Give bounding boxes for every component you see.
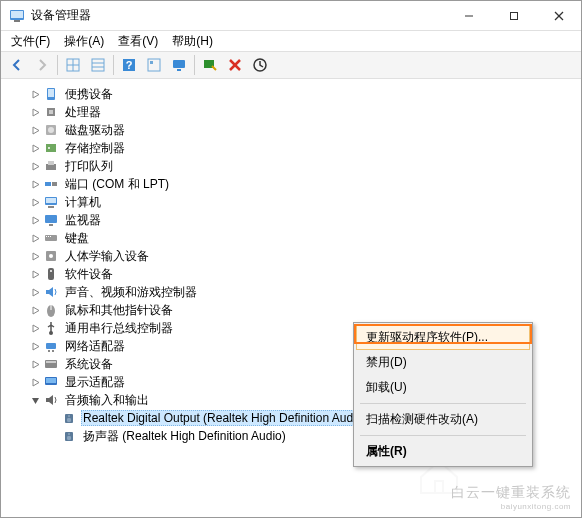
ctx-update-driver[interactable]: 更新驱动程序软件(P)...	[356, 325, 530, 350]
menu-file[interactable]: 文件(F)	[5, 31, 56, 52]
svg-rect-39	[49, 224, 53, 226]
expander-icon[interactable]	[29, 178, 41, 190]
svg-rect-40	[45, 235, 57, 241]
tree-item-label: 软件设备	[63, 265, 115, 284]
expander-icon[interactable]	[29, 376, 41, 388]
expander-placeholder	[47, 430, 59, 442]
svg-point-59	[67, 418, 71, 422]
tree-item[interactable]: 处理器	[13, 103, 581, 121]
expander-icon[interactable]	[29, 88, 41, 100]
display-icon	[43, 374, 59, 390]
svg-rect-52	[48, 350, 50, 352]
expander-icon[interactable]	[29, 268, 41, 280]
svg-point-30	[48, 147, 50, 149]
svg-rect-1	[11, 11, 23, 18]
tree-item[interactable]: 软件设备	[13, 265, 581, 283]
toolbar-separator	[194, 55, 195, 75]
svg-rect-55	[46, 361, 56, 363]
menu-action[interactable]: 操作(A)	[58, 31, 110, 52]
toolbar-properties-button[interactable]	[142, 53, 166, 77]
expander-icon[interactable]	[29, 340, 41, 352]
expander-icon[interactable]	[29, 322, 41, 334]
toolbar-update-button[interactable]	[248, 53, 272, 77]
svg-rect-36	[46, 198, 56, 203]
network-icon	[43, 338, 59, 354]
tree-item-label: 通用串行总线控制器	[63, 319, 175, 338]
svg-rect-24	[48, 89, 54, 97]
tree-item[interactable]: 监视器	[13, 211, 581, 229]
tree-item[interactable]: 鼠标和其他指针设备	[13, 301, 581, 319]
expander-icon[interactable]	[29, 142, 41, 154]
tree-item[interactable]: 端口 (COM 和 LPT)	[13, 175, 581, 193]
port-icon	[43, 176, 59, 192]
tree-item[interactable]: 人体学输入设备	[13, 247, 581, 265]
svg-point-50	[49, 331, 53, 335]
tree-item-label: 打印队列	[63, 157, 115, 176]
ctx-separator	[360, 403, 526, 404]
maximize-button[interactable]	[491, 1, 536, 30]
toolbar-delete-button[interactable]	[223, 53, 247, 77]
tree-item[interactable]: 磁盘驱动器	[13, 121, 581, 139]
toolbar-forward-button[interactable]	[30, 53, 54, 77]
toolbar-grid-button[interactable]	[61, 53, 85, 77]
toolbar-list-button[interactable]	[86, 53, 110, 77]
ctx-scan-hardware[interactable]: 扫描检测硬件改动(A)	[356, 407, 530, 432]
svg-rect-57	[46, 378, 56, 383]
close-button[interactable]	[536, 1, 581, 30]
tree-item[interactable]: 便携设备	[13, 85, 581, 103]
expander-icon[interactable]	[29, 394, 41, 406]
system-icon	[43, 356, 59, 372]
title-bar: 设备管理器	[1, 1, 581, 31]
expander-icon[interactable]	[29, 232, 41, 244]
tree-item-label: 存储控制器	[63, 139, 127, 158]
expander-placeholder	[47, 412, 59, 424]
expander-icon[interactable]	[29, 304, 41, 316]
hid-icon	[43, 248, 59, 264]
storage-icon	[43, 140, 59, 156]
expander-icon[interactable]	[29, 358, 41, 370]
tree-item[interactable]: 键盘	[13, 229, 581, 247]
expander-icon[interactable]	[29, 214, 41, 226]
svg-rect-4	[510, 12, 517, 19]
tree-item-label: 音频输入和输出	[63, 391, 151, 410]
toolbar-scan-button[interactable]	[198, 53, 222, 77]
menu-help[interactable]: 帮助(H)	[166, 31, 219, 52]
svg-rect-37	[48, 206, 54, 208]
tree-item[interactable]: 打印队列	[13, 157, 581, 175]
svg-rect-2	[14, 20, 20, 22]
tree-item-label: 监视器	[63, 211, 103, 230]
svg-rect-29	[46, 144, 56, 152]
context-menu: 更新驱动程序软件(P)... 禁用(D) 卸载(U) 扫描检测硬件改动(A) 属…	[353, 322, 533, 467]
menu-view[interactable]: 查看(V)	[112, 31, 164, 52]
ctx-uninstall[interactable]: 卸载(U)	[356, 375, 530, 400]
keyboard-icon	[43, 230, 59, 246]
computer-icon	[43, 194, 59, 210]
toolbar-back-button[interactable]	[5, 53, 29, 77]
expander-icon[interactable]	[29, 160, 41, 172]
ctx-disable[interactable]: 禁用(D)	[356, 350, 530, 375]
usb-icon	[43, 320, 59, 336]
minimize-button[interactable]	[446, 1, 491, 30]
svg-rect-46	[48, 268, 54, 280]
speaker-icon	[61, 410, 77, 426]
toolbar-help-button[interactable]: ?	[117, 53, 141, 77]
svg-point-62	[67, 436, 71, 440]
svg-rect-15	[148, 59, 160, 71]
expander-icon[interactable]	[29, 250, 41, 262]
tree-item-label: 网络适配器	[63, 337, 127, 356]
window-buttons	[446, 1, 581, 30]
svg-point-63	[68, 433, 70, 435]
tree-item[interactable]: 存储控制器	[13, 139, 581, 157]
ctx-properties[interactable]: 属性(R)	[356, 439, 530, 464]
app-icon	[9, 8, 25, 24]
expander-icon[interactable]	[29, 286, 41, 298]
expander-icon[interactable]	[29, 124, 41, 136]
svg-rect-38	[45, 215, 57, 223]
svg-rect-34	[52, 182, 57, 186]
tree-item[interactable]: 声音、视频和游戏控制器	[13, 283, 581, 301]
toolbar-monitor-button[interactable]	[167, 53, 191, 77]
tree-item[interactable]: 计算机	[13, 193, 581, 211]
expander-icon[interactable]	[29, 196, 41, 208]
expander-icon[interactable]	[29, 106, 41, 118]
tree-item-label: 显示适配器	[63, 373, 127, 392]
